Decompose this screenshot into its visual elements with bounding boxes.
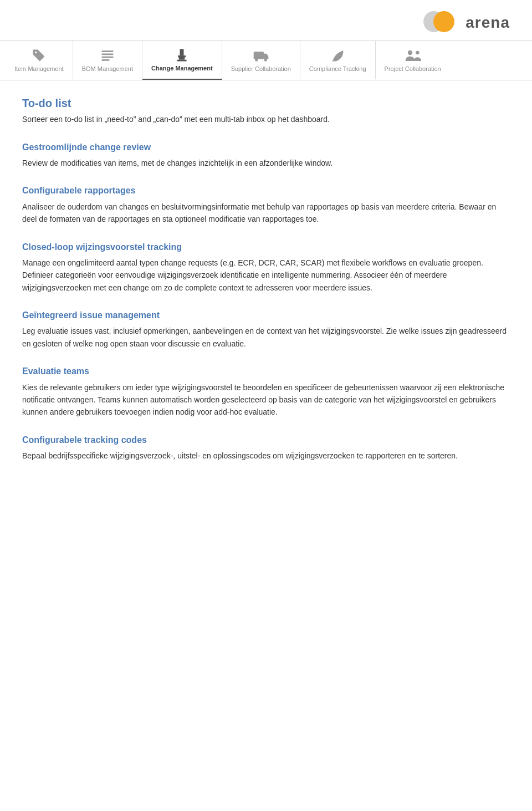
section-tracking-codes: Configurabele tracking codes Bepaal bedr… bbox=[22, 434, 510, 462]
section-body-issue-management: Leg evaluatie issues vast, inclusief opm… bbox=[22, 325, 510, 350]
svg-point-8 bbox=[255, 59, 258, 62]
nav-item-item-management[interactable]: Item Management bbox=[6, 41, 73, 79]
stamp-icon bbox=[173, 47, 190, 63]
section-title-evaluatie-teams: Evaluatie teams bbox=[22, 365, 510, 378]
leaf-icon bbox=[329, 48, 346, 63]
nav-label-change-management: Change Management bbox=[151, 65, 213, 72]
section-body-configurabele-rapportages: Analiseer de ouderdom van changes en bes… bbox=[22, 201, 510, 226]
section-body-closed-loop: Manage een ongelimiteerd aantal typen ch… bbox=[22, 257, 510, 294]
main-content: To-do list Sorteer een to-do list in „ne… bbox=[0, 91, 532, 499]
section-title-gestroomlijnde-change-review: Gestroomlijnde change review bbox=[22, 141, 510, 154]
section-todo-list: To-do list Sorteer een to-do list in „ne… bbox=[22, 97, 510, 125]
nav-label-item-management: Item Management bbox=[14, 65, 64, 73]
section-configurabele-rapportages: Configurabele rapportages Analiseer de o… bbox=[22, 185, 510, 225]
section-gestroomlijnde-change-review: Gestroomlijnde change review Review de m… bbox=[22, 141, 510, 170]
people-icon bbox=[405, 48, 421, 63]
section-evaluatie-teams: Evaluatie teams Kies de relevante gebrui… bbox=[22, 365, 510, 419]
logo-circle-right bbox=[433, 11, 454, 32]
svg-rect-7 bbox=[253, 52, 263, 59]
section-title-configurabele-rapportages: Configurabele rapportages bbox=[22, 185, 510, 197]
svg-point-11 bbox=[416, 51, 420, 55]
section-title-closed-loop: Closed-loop wijzingsvoorstel tracking bbox=[22, 241, 510, 253]
nav-item-supplier-collaboration[interactable]: Supplier Collaboration bbox=[222, 41, 300, 79]
svg-point-9 bbox=[264, 59, 267, 62]
section-issue-management: Geïntegreerd issue management Leg evalua… bbox=[22, 309, 510, 350]
svg-rect-1 bbox=[101, 54, 113, 55]
section-body-tracking-codes: Bepaal bedrijfsspecifieke wijzigingsverz… bbox=[22, 450, 510, 462]
section-body-evaluatie-teams: Kies de relevante gebruikers om ieder ty… bbox=[22, 381, 510, 419]
logo-text: arena bbox=[466, 14, 510, 32]
logo: arena bbox=[419, 11, 510, 34]
nav-item-project-collaboration[interactable]: Project Collaboration bbox=[376, 41, 450, 79]
nav-item-change-management[interactable]: Change Management bbox=[142, 40, 222, 80]
list-icon bbox=[99, 48, 116, 63]
nav-label-supplier-collaboration: Supplier Collaboration bbox=[231, 65, 291, 73]
tag-icon bbox=[30, 48, 47, 63]
section-body-gestroomlijnde-change-review: Review de modificaties van items, met de… bbox=[22, 157, 510, 169]
section-title-tracking-codes: Configurabele tracking codes bbox=[22, 434, 510, 446]
nav-item-compliance-tracking[interactable]: Compliance Tracking bbox=[300, 41, 376, 79]
svg-rect-6 bbox=[177, 60, 187, 62]
nav-label-project-collaboration: Project Collaboration bbox=[385, 65, 441, 73]
section-closed-loop: Closed-loop wijzingsvoorstel tracking Ma… bbox=[22, 241, 510, 294]
truck-icon bbox=[253, 48, 269, 63]
svg-rect-2 bbox=[101, 57, 113, 58]
nav-item-bom-management[interactable]: BOM Management bbox=[73, 41, 142, 79]
svg-rect-5 bbox=[178, 55, 186, 58]
section-title-todo-list: To-do list bbox=[22, 97, 510, 110]
nav-label-compliance-tracking: Compliance Tracking bbox=[309, 65, 366, 73]
section-title-issue-management: Geïntegreerd issue management bbox=[22, 309, 510, 322]
svg-point-10 bbox=[407, 50, 412, 55]
header: arena bbox=[0, 0, 532, 40]
section-body-todo-list: Sorteer een to-do list in „need-to” and … bbox=[22, 113, 510, 125]
svg-rect-3 bbox=[101, 59, 109, 61]
nav-label-bom-management: BOM Management bbox=[82, 65, 133, 73]
navigation-bar: Item Management BOM Management Change Ma… bbox=[0, 40, 532, 80]
svg-rect-0 bbox=[101, 50, 113, 52]
